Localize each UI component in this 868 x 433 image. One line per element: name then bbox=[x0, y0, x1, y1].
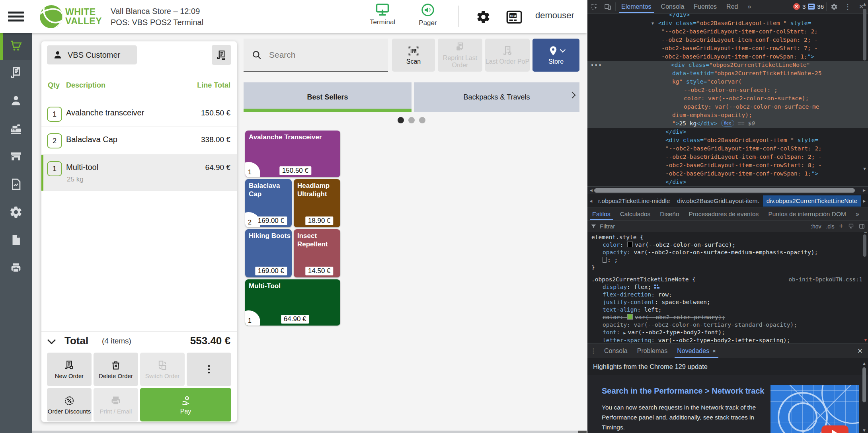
drawer-tab-console[interactable]: Consola bbox=[599, 343, 632, 358]
code-line[interactable]: opacity: var(--obc2-color-on-surface-me bbox=[587, 103, 868, 111]
css-declaration[interactable]: flex-direction: row; bbox=[591, 291, 868, 298]
order-discounts-button[interactable]: Order Discounts bbox=[47, 388, 92, 421]
total-bar[interactable]: Total (4 items) 553.40 € bbox=[41, 331, 237, 351]
elements-scrollbar[interactable] bbox=[863, 9, 866, 60]
sidebar-item-settings[interactable] bbox=[0, 199, 32, 227]
sidebar-item-cart[interactable] bbox=[0, 33, 32, 60]
ticket-line[interactable]: 1Multi-tool64.90 €25 kg bbox=[41, 155, 237, 191]
devtools-tab-sources[interactable]: Fuentes bbox=[689, 0, 722, 13]
code-line[interactable]: kg" style="colorvar( bbox=[587, 78, 868, 86]
scroll-down-icon[interactable]: ▼ bbox=[862, 428, 866, 433]
filter-input[interactable]: Filtrar bbox=[600, 223, 615, 230]
css-declaration[interactable]: text-align: left; bbox=[591, 306, 868, 314]
css-declaration[interactable]: : ; bbox=[591, 256, 868, 264]
more-style-tabs-icon[interactable]: » bbox=[851, 207, 864, 220]
elements-tree[interactable]: </div>▼<div class="obc2BaseGridLayout-it… bbox=[587, 13, 868, 186]
css-declaration[interactable]: .obpos2CurrentTicketLineNote { bbox=[591, 276, 868, 283]
menu-icon[interactable] bbox=[8, 10, 25, 24]
breadcrumb-item-selected[interactable]: div.obpos2CurrentTicketLineNote bbox=[763, 195, 861, 207]
devtools-tab-elements[interactable]: Elementos bbox=[616, 0, 656, 13]
css-rule-block[interactable]: element.style {color: var(--obc2-color-o… bbox=[587, 232, 868, 274]
more-actions-button[interactable] bbox=[187, 353, 231, 386]
drawer-close-icon[interactable]: × bbox=[852, 343, 868, 358]
close-tab-icon[interactable]: × bbox=[712, 347, 716, 354]
code-line[interactable]: -obc2-baseGridLayout-item-conf-rowStart:… bbox=[587, 161, 868, 170]
play-button-icon[interactable] bbox=[821, 425, 848, 433]
code-line[interactable]: </div> bbox=[587, 178, 868, 186]
css-rule-block[interactable]: ob-init-DpckoUTN.css:1.obpos2CurrentTick… bbox=[587, 274, 868, 343]
css-declaration[interactable]: color: var(--obc2-color-primary); bbox=[591, 314, 868, 321]
code-line[interactable]: data-testid="obpos2CurrentTicketLineNote… bbox=[587, 69, 868, 78]
css-declaration[interactable]: } bbox=[591, 264, 868, 271]
code-line[interactable]: •••<div class="obpos2CurrentTicketLineNo… bbox=[587, 61, 868, 69]
drawer-tab-whats-new[interactable]: Novedades × bbox=[672, 343, 721, 358]
sidebar-item-receipt[interactable] bbox=[0, 60, 32, 88]
whats-new-article-title[interactable]: Search in the Performance > Network trac… bbox=[602, 386, 765, 396]
tab-computed[interactable]: Calculados bbox=[615, 207, 655, 220]
tab-event-listeners[interactable]: Procesadores de eventos bbox=[684, 207, 764, 220]
new-style-rule-icon[interactable]: + bbox=[839, 222, 843, 230]
sidebar-item-customer[interactable] bbox=[0, 88, 32, 115]
css-declaration[interactable]: element.style { bbox=[591, 234, 868, 241]
css-declaration[interactable]: opacity: var(--obc2-color-on-tertiary-st… bbox=[591, 321, 868, 329]
ticket-line[interactable]: 1Avalanche transceiver150.50 € bbox=[41, 100, 237, 127]
delete-order-button[interactable]: Delete Order bbox=[94, 353, 138, 386]
page-dot[interactable] bbox=[419, 117, 425, 123]
inspect-element-icon[interactable] bbox=[587, 0, 601, 13]
issue-counters[interactable]: ✕ 3 36 bbox=[793, 0, 825, 13]
code-line[interactable]: --obc2-color-on-surface): ; bbox=[587, 86, 868, 94]
tab-layout[interactable]: Diseño bbox=[655, 207, 684, 220]
code-line[interactable]: dium-emphasis-opacity); bbox=[587, 111, 868, 119]
code-line[interactable]: </div> bbox=[587, 128, 868, 136]
css-declaration[interactable]: justify-content: space-between; bbox=[591, 298, 868, 306]
product-tile[interactable]: Multi-Tool64.90 €1 bbox=[245, 279, 340, 326]
customer-button[interactable]: VBS Customer bbox=[47, 45, 137, 64]
pay-button[interactable]: 1 Pay bbox=[140, 388, 231, 421]
more-tabs-icon[interactable]: » bbox=[743, 0, 756, 13]
code-line[interactable]: color: var(--obc2-color-on-surface); bbox=[587, 94, 868, 103]
css-declaration[interactable]: opacity: var(--obc2-color-on-surface-med… bbox=[591, 249, 868, 256]
sco-mode-icon[interactable]: SCO bbox=[506, 10, 522, 25]
scroll-right-icon[interactable]: ► bbox=[862, 188, 866, 193]
scan-button[interactable]: Scan bbox=[392, 39, 435, 72]
terminal-button[interactable]: Terminal bbox=[361, 3, 404, 26]
tab-best-sellers[interactable]: Best Sellers bbox=[244, 82, 412, 112]
drawer-tab-issues[interactable]: Problemas bbox=[632, 343, 672, 358]
toggle-classes[interactable]: .cls bbox=[826, 223, 834, 230]
product-tile[interactable]: Hiking Boots169.00 € bbox=[245, 229, 292, 277]
tab-backpacks-travels[interactable]: Backpacks & Travels bbox=[414, 82, 579, 112]
code-line[interactable]: --obc2-baseGridLayout-item-conf-colSpan:… bbox=[587, 153, 868, 161]
tab-styles[interactable]: Estilos bbox=[587, 207, 615, 220]
page-dot[interactable] bbox=[398, 117, 404, 123]
settings-gear-icon[interactable] bbox=[476, 10, 491, 26]
crumb-left-icon[interactable]: ◄ bbox=[587, 199, 595, 203]
horizontal-scrollbar[interactable]: ◄ ► bbox=[587, 186, 868, 194]
rendering-icon[interactable] bbox=[848, 223, 854, 229]
devtools-settings-icon[interactable] bbox=[827, 0, 841, 13]
sidebar-item-shop[interactable] bbox=[0, 143, 32, 171]
scroll-down-icon[interactable]: ▼ bbox=[864, 336, 867, 343]
breadcrumb-item[interactable]: div.obc2BaseGridLayout-item. bbox=[673, 195, 763, 207]
css-declaration[interactable]: font: ▶var(--obc2-type-body2-font); bbox=[591, 329, 868, 337]
store-selector-button[interactable]: Store bbox=[533, 39, 579, 72]
new-order-button[interactable]: New Order bbox=[47, 353, 92, 386]
styles-scrollbar[interactable] bbox=[863, 234, 866, 257]
product-tile[interactable]: Insect Repellent14.50 € bbox=[294, 229, 340, 277]
code-line[interactable]: -obc2-baseGridLayout-item-conf-rowStart:… bbox=[587, 44, 868, 53]
code-line[interactable]: "--obc2-baseGridLayout-item-conf-colStar… bbox=[587, 27, 868, 36]
product-tile[interactable]: Avalanche Transceiver150.50 €1 bbox=[245, 131, 340, 177]
breadcrumb-item[interactable]: r.obpos2TicketLine-middle bbox=[595, 195, 673, 207]
scroll-up-icon[interactable]: ▲ bbox=[862, 361, 866, 366]
search-input[interactable] bbox=[268, 50, 377, 60]
devtools-tab-network[interactable]: Red bbox=[722, 0, 743, 13]
code-line[interactable]: -obc2-baseGridLayout-item-conf-rowSpan: … bbox=[587, 170, 868, 178]
code-line[interactable]: "--obc2-baseGridLayout-item-conf-colStar… bbox=[587, 144, 868, 153]
article-thumbnail[interactable] bbox=[770, 385, 859, 433]
code-line[interactable]: <div class="obc2BaseGridLayout-item " st… bbox=[587, 136, 868, 144]
styles-pane[interactable]: element.style {color: var(--obc2-color-o… bbox=[587, 232, 868, 343]
sidebar-item-printer[interactable] bbox=[0, 255, 32, 283]
scroll-left-icon[interactable]: ◄ bbox=[589, 188, 593, 193]
user-name[interactable]: demouser bbox=[535, 10, 574, 21]
drawer-kebab-icon[interactable]: ⋮ bbox=[587, 343, 599, 358]
toggle-hover-state[interactable]: :hov bbox=[811, 223, 821, 230]
